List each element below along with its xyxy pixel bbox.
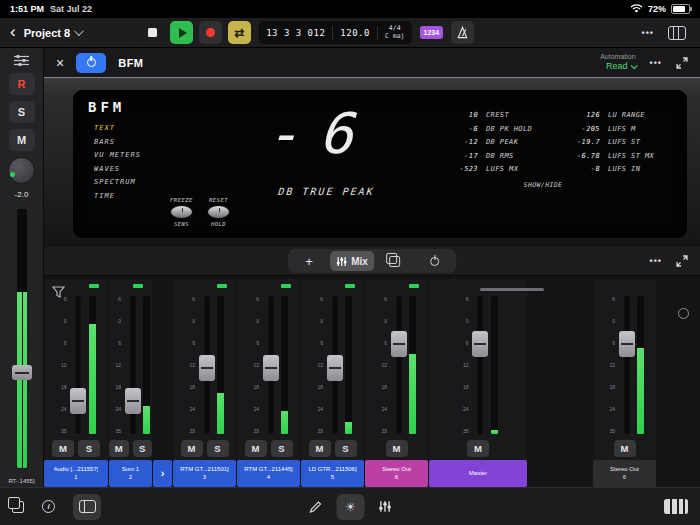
fader-cap[interactable] <box>472 331 488 357</box>
solo-button[interactable]: S <box>9 101 35 123</box>
plugin-more-button[interactable]: ••• <box>650 58 662 68</box>
fader-cap[interactable] <box>391 331 407 357</box>
fader-cap[interactable] <box>263 355 279 381</box>
fader-cap[interactable] <box>125 388 141 414</box>
plugin-menu-item[interactable]: WAVES <box>94 165 141 173</box>
volume-fader[interactable] <box>262 294 279 436</box>
sens-knob[interactable] <box>170 205 193 219</box>
channel-name[interactable]: Sum 1 2 <box>109 460 152 487</box>
info-button[interactable]: i <box>42 500 55 513</box>
bottom-bar: i ☀ <box>0 487 700 525</box>
true-peak-value: -6 <box>220 99 427 169</box>
volume-fader[interactable] <box>618 294 635 436</box>
plugin-menu-item[interactable]: TEXT <box>94 124 141 132</box>
project-menu[interactable]: Project 8 <box>24 27 81 39</box>
keyboard-icon[interactable] <box>664 499 688 514</box>
volume-fader[interactable] <box>124 294 141 436</box>
solo-button[interactable]: S <box>78 440 100 457</box>
hold-knob[interactable] <box>207 205 230 219</box>
show-hide-button[interactable]: SHOW/HIDE <box>486 181 600 189</box>
automation-control[interactable]: Automation Read <box>600 53 635 72</box>
solo-button[interactable]: S <box>335 440 357 457</box>
plugin-menu-item[interactable]: VU METERS <box>94 151 141 159</box>
clip-led <box>133 284 143 288</box>
channel-name-label: Stereo Out <box>610 466 639 474</box>
mute-button[interactable]: M <box>109 440 129 457</box>
metronome-button[interactable] <box>451 21 474 44</box>
volume-fader[interactable] <box>70 294 87 436</box>
mute-button[interactable]: M <box>245 440 267 457</box>
plugin-menu-item[interactable]: BARS <box>94 138 141 146</box>
back-button[interactable]: ‹ <box>10 23 16 40</box>
channel-name[interactable]: LD GTR...211506] 5 <box>301 460 364 487</box>
fader-cap[interactable] <box>12 365 32 380</box>
pan-knob[interactable] <box>8 157 35 184</box>
edit-tools-button[interactable] <box>309 500 323 514</box>
track-volume-fader[interactable] <box>0 205 43 472</box>
mute-button[interactable]: M <box>386 440 408 457</box>
mute-button[interactable]: M <box>52 440 74 457</box>
windows-icon[interactable] <box>12 501 24 513</box>
mute-button[interactable]: M <box>309 440 331 457</box>
count-in-button[interactable]: 1234 <box>420 26 444 39</box>
plugin-menu-item[interactable]: SPECTRUM <box>94 178 141 186</box>
mute-button[interactable]: M <box>467 440 489 457</box>
volume-fader[interactable] <box>198 294 215 436</box>
stack-expand-button[interactable]: › <box>153 460 172 487</box>
fader-scale: 60612182435 <box>57 294 68 436</box>
scrollbar[interactable] <box>480 288 544 291</box>
channel-number: 5 <box>331 474 334 482</box>
channel-number: 2 <box>129 474 132 482</box>
play-button[interactable] <box>170 21 193 44</box>
wifi-icon <box>630 4 643 14</box>
channel-name[interactable]: Audio [...211557] 1 <box>44 460 108 487</box>
mute-button[interactable]: M <box>614 440 636 457</box>
volume-fader[interactable] <box>472 294 489 436</box>
volume-fader[interactable] <box>326 294 343 436</box>
mute-button[interactable]: M <box>181 440 203 457</box>
volume-fader[interactable] <box>390 294 407 436</box>
channel-name[interactable]: RTM GT...211501] 3 <box>173 460 236 487</box>
stop-button[interactable] <box>141 21 164 44</box>
fader-scale: 60612182435 <box>249 294 260 436</box>
channel-name[interactable]: Master <box>429 460 527 487</box>
mix-view-toggle[interactable]: Mix <box>330 251 374 271</box>
fader-cap[interactable] <box>70 388 86 414</box>
close-plugin-button[interactable]: × <box>56 56 64 70</box>
display-settings-button[interactable]: ☀ <box>337 494 365 520</box>
channel-name-label: Stereo Out <box>382 466 411 474</box>
channel-name[interactable]: Stereo Out 6 <box>593 460 656 487</box>
solo-button[interactable]: S <box>271 440 293 457</box>
expand-mixer-icon[interactable] <box>676 255 688 267</box>
channel-name[interactable]: RTM GT...211445] 4 <box>237 460 300 487</box>
plugin-bypass-button[interactable] <box>76 53 106 73</box>
browser-panel-button[interactable] <box>73 494 101 520</box>
transport-controls: ⇄ <box>141 21 251 44</box>
mixer-toggle-button[interactable] <box>379 500 392 513</box>
duplicate-button[interactable] <box>376 251 414 271</box>
fader-cap[interactable] <box>619 331 635 357</box>
stat-value: -6.78 <box>558 152 600 160</box>
solo-button[interactable]: S <box>207 440 229 457</box>
fader-cap[interactable] <box>199 355 215 381</box>
cycle-button[interactable]: ⇄ <box>228 21 251 44</box>
mute-button[interactable]: M <box>9 129 35 151</box>
record-enable-button[interactable]: R <box>9 73 35 95</box>
knob-indicator <box>10 172 15 177</box>
record-button[interactable] <box>199 21 222 44</box>
mixer-more-button[interactable]: ••• <box>650 256 662 266</box>
channel-name[interactable]: Stereo Out 6 <box>365 460 428 487</box>
view-panels-button[interactable] <box>668 26 686 40</box>
power-button[interactable] <box>416 251 454 271</box>
plugin-menu-item[interactable]: TIME <box>94 192 141 200</box>
fader-scale: 60612182435 <box>111 294 122 436</box>
add-track-button[interactable]: + <box>290 251 328 271</box>
more-options-button[interactable]: ••• <box>642 28 654 38</box>
solo-button[interactable]: S <box>133 440 153 457</box>
true-peak-unit: DB TRUE PEAK <box>218 186 434 197</box>
expand-plugin-icon[interactable] <box>676 57 688 69</box>
fader-cap[interactable] <box>327 355 343 381</box>
channel-settings-icon[interactable] <box>13 54 30 67</box>
filter-icon[interactable] <box>52 286 65 298</box>
lcd-display[interactable]: 13 3 3 012 120.0 4/4 C maj <box>259 21 411 44</box>
